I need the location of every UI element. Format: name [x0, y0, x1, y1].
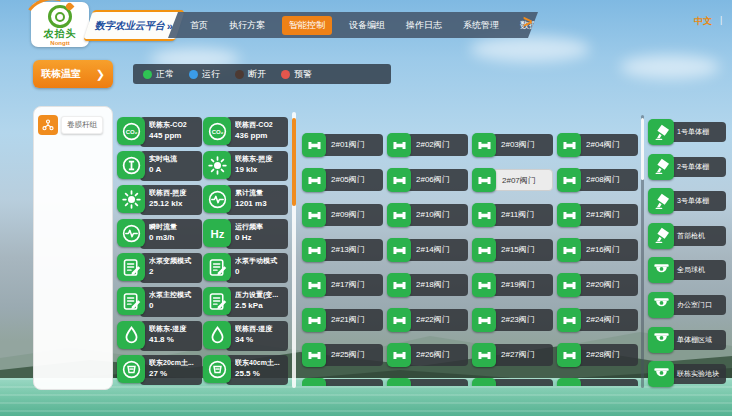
nav-item[interactable]: 视频中心: [573, 16, 617, 35]
sensor-scrollbar-thumb[interactable]: [292, 118, 296, 206]
greenhouse-group-label: 联栋温室: [41, 67, 81, 81]
valve-button[interactable]: 2#28阀门: [557, 343, 641, 369]
valve-button[interactable]: 2#26阀门: [387, 343, 471, 369]
nav-item[interactable]: 首页: [186, 16, 212, 35]
nav-item[interactable]: 设备编组: [345, 16, 389, 35]
valve-button[interactable]: 2#17阀门: [302, 273, 386, 299]
camera-list: 1号单体棚 2号单体棚 3号单体棚 首部枪机 全局球机 办公室门口 单体棚区域: [648, 119, 726, 387]
greenhouse-group-button[interactable]: 联栋温室 ❯: [33, 60, 113, 88]
camera-button[interactable]: 3号单体棚: [648, 188, 726, 214]
nav-item[interactable]: 智能控制: [282, 16, 332, 35]
status-dot-icon: [281, 70, 290, 79]
valve-button[interactable]: 2#03阀门: [472, 133, 556, 159]
sensor-tile[interactable]: 联栋西-湿度 34 %: [203, 321, 288, 351]
camera-button[interactable]: 办公室门口: [648, 292, 726, 318]
valve-button[interactable]: 2#02阀门: [387, 133, 471, 159]
camera-button[interactable]: 单体棚区域: [648, 327, 726, 353]
valve-icon: [302, 168, 326, 192]
sensor-value: 0 Hz: [235, 232, 285, 243]
nav-item[interactable]: 操作日志: [402, 16, 446, 35]
sensor-name: 联栋东-湿度: [149, 324, 199, 334]
soil-icon: [117, 355, 145, 383]
camera-scrollbar-thumb[interactable]: [641, 118, 644, 180]
valve-button[interactable]: 2#24阀门: [557, 308, 641, 334]
language-switch[interactable]: 中文: [694, 15, 712, 28]
device-group-item[interactable]: 卷膜杆组: [38, 115, 108, 135]
valve-label: 2#19阀门: [492, 274, 553, 296]
valve-button[interactable]: 2#15阀门: [472, 238, 556, 264]
sensor-tile[interactable]: 水泵手动模式 0: [203, 253, 288, 283]
svg-text:CO₂: CO₂: [125, 128, 137, 134]
valve-label: 2#17阀门: [322, 274, 383, 296]
valve-label: 2#22阀门: [407, 309, 468, 331]
valve-button[interactable]: 2#23阀门: [472, 308, 556, 334]
valve-button[interactable]: 2#19阀门: [472, 273, 556, 299]
cloud-decoration: [470, 36, 590, 62]
valve-button[interactable]: 2#04阀门: [557, 133, 641, 159]
valve-button[interactable]: 2#20阀门: [557, 273, 641, 299]
sensor-tile[interactable]: 运行频率 0 Hz Hz: [203, 219, 288, 249]
camera-button[interactable]: 1号单体棚: [648, 119, 726, 145]
sensor-tile[interactable]: 联栋东-照度 19 klx: [203, 151, 288, 181]
camera-button[interactable]: 首部枪机: [648, 223, 726, 249]
valve-button[interactable]: 2#08阀门: [557, 168, 641, 194]
camera-button[interactable]: 2号单体棚: [648, 154, 726, 180]
sensor-name: 联栋东-照度: [235, 154, 285, 164]
valve-button[interactable]: 2#25阀门: [302, 343, 386, 369]
camera-scrollbar[interactable]: [641, 115, 644, 388]
valve-button[interactable]: 2#06阀门: [387, 168, 471, 194]
valve-button[interactable]: 2#14阀门: [387, 238, 471, 264]
page-title: 数字农业云平台: [95, 19, 165, 33]
valve-button[interactable]: 2#27阀门: [472, 343, 556, 369]
valve-icon: [302, 133, 326, 157]
hz-icon: Hz: [203, 219, 231, 247]
valve-label: 2#08阀门: [577, 169, 638, 191]
camera-button[interactable]: 联栋实验地块: [648, 361, 726, 387]
sun-icon: [117, 185, 145, 213]
chevron-right-icon: ❯: [96, 68, 105, 81]
valve-icon: [557, 203, 581, 227]
sensor-tile[interactable]: 联东40cm土... 25.5 %: [203, 355, 288, 385]
logo-icon: [48, 5, 72, 28]
sensor-tile[interactable]: 联栋东-湿度 41.8 %: [117, 321, 202, 351]
valve-label: 2#25阀门: [322, 344, 383, 366]
valve-button[interactable]: 2#21阀门: [302, 308, 386, 334]
valve-button[interactable]: 2#16阀门: [557, 238, 641, 264]
valve-button[interactable]: 2#01阀门: [302, 133, 386, 159]
sensor-tile[interactable]: 联栋东-CO2 445 ppm CO₂: [117, 117, 202, 147]
sensor-tile[interactable]: 压力设置(变... 2.5 kPa: [203, 287, 288, 317]
sensor-name: 联栋西-湿度: [235, 324, 285, 334]
nav-item-label: 视频中心: [577, 20, 613, 30]
sensor-tile[interactable]: 联东20cm土... 27 %: [117, 355, 202, 385]
camera-label: 3号单体棚: [670, 191, 726, 211]
sensor-tile[interactable]: 联栋西-照度 25.12 klx: [117, 185, 202, 215]
valve-button[interactable]: 2#07阀门: [472, 168, 556, 194]
sensor-tile[interactable]: 水泵主控模式 0: [117, 287, 202, 317]
sensor-tile[interactable]: 联栋西-CO2 436 ppm CO₂: [203, 117, 288, 147]
valve-button[interactable]: 2#11阀门: [472, 203, 556, 229]
nav-item[interactable]: 执行方案: [225, 16, 269, 35]
nav-item[interactable]: 系统管理: [459, 16, 503, 35]
valve-button[interactable]: 2#10阀门: [387, 203, 471, 229]
doc-edit-icon: [117, 253, 145, 281]
valve-label: 2#23阀门: [492, 309, 553, 331]
valve-button[interactable]: 2#12阀门: [557, 203, 641, 229]
sensor-value: 0 A: [149, 164, 199, 175]
valve-icon: [472, 238, 496, 262]
valve-button[interactable]: 2#13阀门: [302, 238, 386, 264]
sensor-tile[interactable]: 瞬时流量 0 m3/h: [117, 219, 202, 249]
sensor-value: 27 %: [149, 368, 199, 379]
valve-button[interactable]: 2#05阀门: [302, 168, 386, 194]
valve-button[interactable]: 2#22阀门: [387, 308, 471, 334]
valve-button[interactable]: 2#09阀门: [302, 203, 386, 229]
logo[interactable]: 农抬头 Nongtt: [31, 2, 89, 47]
valve-button[interactable]: 2#18阀门: [387, 273, 471, 299]
bullet-camera-icon: [648, 223, 674, 249]
nav-expand-icon[interactable]: >: [523, 11, 532, 33]
sensor-scrollbar[interactable]: [292, 112, 296, 388]
sensor-tile[interactable]: 实时电流 0 A: [117, 151, 202, 181]
sensor-tile[interactable]: 水泵变频模式 2: [117, 253, 202, 283]
legend-entry: 正常: [143, 68, 174, 81]
sensor-tile[interactable]: 累计流量 1201 m3: [203, 185, 288, 215]
camera-button[interactable]: 全局球机: [648, 257, 726, 283]
